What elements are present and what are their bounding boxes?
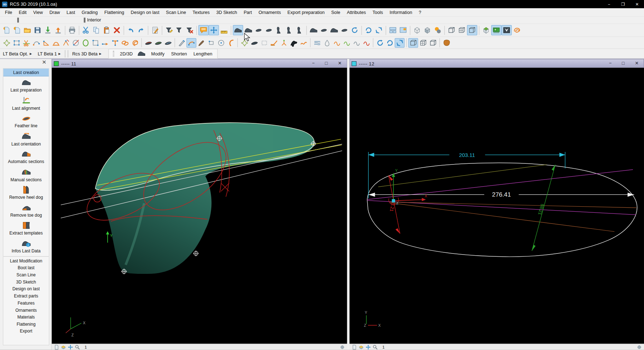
- toolbar-grip[interactable]: [17, 18, 19, 23]
- move-small-icon[interactable]: [68, 344, 73, 350]
- cube-ghost-button[interactable]: [447, 25, 457, 35]
- loop-b-button[interactable]: [342, 38, 352, 47]
- export-up-button[interactable]: [53, 25, 63, 35]
- doc-small-icon[interactable]: [54, 344, 59, 350]
- loop-a-button[interactable]: [332, 38, 342, 47]
- paste-button[interactable]: [102, 25, 112, 35]
- node-corner-k-button[interactable]: [61, 38, 71, 47]
- circle-dot-button[interactable]: [216, 38, 226, 47]
- menu-information[interactable]: Information: [386, 9, 416, 15]
- lengthen-button[interactable]: Lengthen: [193, 51, 213, 56]
- sidebar-item-materials[interactable]: Materials: [3, 314, 49, 321]
- menu-flattening[interactable]: Flattening: [101, 9, 128, 15]
- mode-2d3d-button[interactable]: 2D/3D: [120, 51, 133, 56]
- menu-view[interactable]: View: [30, 9, 46, 15]
- cube-wire-button[interactable]: [412, 25, 422, 35]
- menu-[interactable]: ?: [416, 9, 424, 15]
- shoe-c-button[interactable]: [329, 25, 339, 35]
- menu-scan-line[interactable]: Scan Line: [163, 9, 190, 15]
- filter-edit-button[interactable]: [164, 25, 174, 35]
- gpu-button[interactable]: [491, 25, 502, 35]
- viewport-2d-titlebar[interactable]: ----- 12 − □ ✕: [349, 59, 644, 68]
- cube-top-green-button[interactable]: [481, 25, 491, 35]
- lasso-loop-button[interactable]: [130, 38, 140, 47]
- sidebar-item-flattening[interactable]: Flattening: [3, 321, 49, 328]
- print-button[interactable]: [67, 25, 77, 35]
- layers-icon[interactable]: [359, 344, 364, 350]
- menu-edit[interactable]: Edit: [15, 9, 30, 15]
- sole-d-button[interactable]: [249, 38, 259, 47]
- link-arrow-button[interactable]: [100, 38, 110, 47]
- sole-c-button[interactable]: [163, 38, 173, 47]
- sole-a-button[interactable]: [143, 38, 153, 47]
- close-button[interactable]: ✕: [630, 0, 644, 8]
- cube-mesh-button[interactable]: [457, 25, 467, 35]
- rotate-loop-button[interactable]: [349, 25, 360, 35]
- circle-cut-button[interactable]: [71, 38, 81, 47]
- high-heel-button[interactable]: [289, 38, 299, 47]
- cube-c-button[interactable]: [428, 38, 438, 47]
- cube-solid-button[interactable]: [422, 25, 433, 35]
- menu-tools[interactable]: Tools: [369, 9, 386, 15]
- tab-rcs-3d-beta[interactable]: Rcs 3D Beta▶: [69, 49, 104, 59]
- chain-button[interactable]: [120, 38, 130, 47]
- last-sole-b-button[interactable]: [264, 25, 274, 35]
- sidebar-tool-remove-toe-dog[interactable]: Remove toe dog: [3, 201, 49, 219]
- wave-s-button[interactable]: [299, 38, 309, 47]
- filter-delete-button[interactable]: [185, 25, 195, 35]
- rectangle-button[interactable]: [90, 38, 100, 47]
- sidebar-tool-last-alignment[interactable]: Last alignment: [3, 94, 49, 112]
- shoe-b-button[interactable]: [319, 25, 329, 35]
- viewport-3d-canvas[interactable]: Y X Z: [52, 68, 347, 344]
- viewport-2d-close-button[interactable]: ✕: [635, 61, 639, 66]
- menu-sole[interactable]: Sole: [328, 9, 344, 15]
- sidebar-item-scan-line[interactable]: Scan Line: [3, 271, 49, 278]
- modify-button[interactable]: Modify: [151, 51, 166, 56]
- last-flat-button[interactable]: [233, 25, 243, 35]
- rotate-free-button[interactable]: [374, 25, 384, 35]
- delete-button[interactable]: [112, 25, 122, 35]
- sidebar-item-boot-last[interactable]: Boot last: [3, 265, 49, 272]
- sidebar-item-extract-parts[interactable]: Extract parts: [3, 292, 49, 300]
- arc-button[interactable]: [226, 38, 236, 47]
- shoe-d-button[interactable]: [339, 25, 350, 35]
- loop-c-button[interactable]: [352, 38, 362, 47]
- doc-small-icon[interactable]: [352, 344, 357, 350]
- arch-button[interactable]: [51, 38, 61, 47]
- sidebar-tool-extract-templates[interactable]: Extract templates: [3, 219, 49, 237]
- viewport-2d-minimize-button[interactable]: −: [609, 61, 611, 66]
- sidebar-item-ornaments[interactable]: Ornaments: [3, 307, 49, 314]
- minimize-button[interactable]: −: [602, 0, 616, 8]
- node-corner-button[interactable]: [41, 38, 51, 47]
- shorten-button[interactable]: Shorten: [170, 51, 188, 56]
- menu-export-preparation[interactable]: Export preparation: [284, 9, 328, 15]
- last-sole-button[interactable]: [254, 25, 264, 35]
- last-front-c-button[interactable]: [295, 25, 305, 35]
- toolbar-grip[interactable]: [84, 18, 85, 23]
- globe-icon[interactable]: [340, 344, 345, 350]
- spline-star-button[interactable]: [2, 38, 12, 47]
- tripod-button[interactable]: [279, 38, 289, 47]
- sidebar-tool-automatic-sections[interactable]: Automatic sections: [3, 148, 49, 166]
- cube-a-button[interactable]: [408, 38, 418, 47]
- filter-button[interactable]: [174, 25, 185, 35]
- last-front-b-button[interactable]: [284, 25, 295, 35]
- scissors-line-button[interactable]: [21, 38, 31, 47]
- menu-last[interactable]: Last: [63, 9, 78, 15]
- curve-pin-button[interactable]: [31, 38, 41, 47]
- zoom-lens-icon[interactable]: [373, 344, 378, 350]
- menu-ornaments[interactable]: Ornaments: [255, 9, 284, 15]
- sidebar-item-features[interactable]: Features: [3, 300, 49, 307]
- t-nodes-button[interactable]: [110, 38, 120, 47]
- undo-button[interactable]: [126, 25, 136, 35]
- globe-icon[interactable]: [636, 344, 642, 350]
- viewport-3d-titlebar[interactable]: ----- 11 − □ ✕: [52, 59, 347, 68]
- sidebar-item-export[interactable]: Export: [3, 328, 49, 335]
- new-copy-button[interactable]: [12, 25, 22, 35]
- menu-draw[interactable]: Draw: [46, 9, 63, 15]
- viewport-2d-canvas[interactable]: 203.11 276.41 6: [349, 68, 644, 344]
- menu-grading[interactable]: Grading: [78, 9, 101, 15]
- cube-box-button[interactable]: [467, 25, 477, 35]
- window-preview-button[interactable]: [398, 25, 408, 35]
- rotate-view-button[interactable]: [364, 25, 374, 35]
